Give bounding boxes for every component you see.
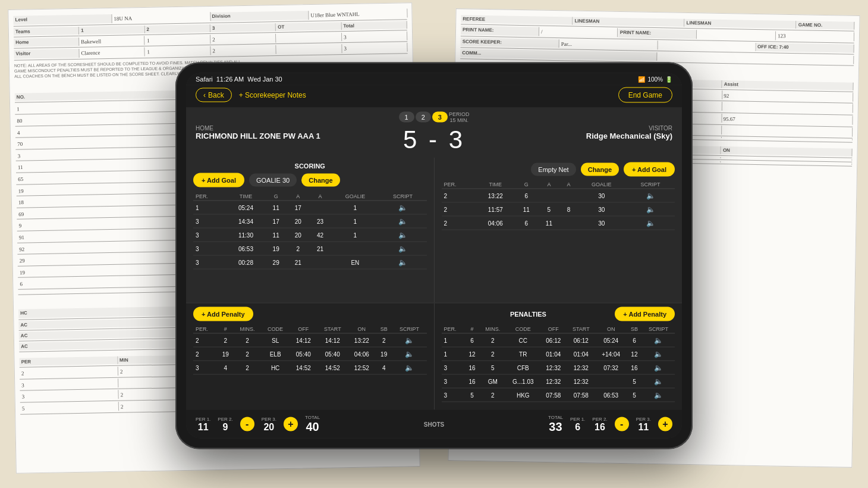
home-team-info: HOME RICHMOND HILL ZONE PW AAA 1 — [196, 125, 399, 140]
visitor-per1-value: 6 — [575, 421, 580, 432]
visitor-penalties-header: PENALTIES + Add Penalty — [442, 307, 675, 321]
col-a2-vis: A — [560, 180, 577, 189]
carrier: Safari — [196, 76, 213, 83]
ipad-device: Safari 11:26 AM Wed Jan 30 📶 100% 🔋 ‹ Ba… — [175, 62, 693, 449]
home-shots-per3: PER 3. 20 — [262, 416, 276, 432]
table-row: 3 4 2 HC 14:52 14:52 12:52 4 🔈 — [193, 361, 427, 374]
change-goalie-home-button[interactable]: Change — [301, 174, 339, 187]
table-row: 3 16 GM G...1.03 12:32 12:32 5 🔈 — [442, 374, 675, 388]
home-per2-value: 9 — [223, 421, 228, 432]
visitor-shots-plus-button[interactable]: + — [658, 417, 672, 431]
nav-bar: ‹ Back + Scorekeeper Notes End Game — [186, 85, 682, 108]
table-row: 2 19 2 ELB 05:40 05:40 04:06 19 🔈 — [193, 347, 427, 361]
home-total-label: TOTAL — [305, 415, 320, 420]
penalties-title: PENALTIES — [442, 311, 615, 318]
scoring-title: SCORING — [193, 162, 427, 170]
home-per2-label: PER 2. — [218, 416, 232, 421]
col-per-vis: PER. — [442, 180, 476, 189]
table-row: 2 13:22 6 30 🔈 — [442, 189, 675, 202]
home-shots: PER 1. 11 PER 2. 9 - PER 3. 20 + TOTAL 4… — [196, 415, 414, 434]
visitor-team-name: Ridge Mechanical (Sky) — [469, 132, 672, 140]
back-label: Back — [208, 91, 224, 99]
add-goal-visitor-button[interactable]: + Add Goal — [624, 162, 675, 177]
visitor-shots-per3: PER 3. 11 — [636, 416, 651, 432]
visitor-penalties-table: PER. # MINS. CODE OFF START ON SB SCRIPT — [442, 325, 675, 402]
home-shots-total: TOTAL 40 — [305, 415, 320, 434]
home-per1-label: PER 1. — [196, 416, 210, 421]
status-left: Safari 11:26 AM Wed Jan 30 — [196, 76, 282, 83]
col-per-home: PER. — [193, 192, 227, 201]
visitor-shots: TOTAL 33 PER 1. 6 PER 2. 16 - PER 3. 11 … — [454, 415, 672, 434]
table-row: 1 05:24 11 17 1 🔈 — [193, 201, 427, 214]
table-row: 3 06:53 19 2 21 🔈 — [193, 242, 427, 255]
back-chevron-icon: ‹ — [203, 91, 206, 99]
home-penalties-table: PER. # MINS. CODE OFF START ON SB SCRIPT — [193, 325, 427, 375]
visitor-label: VISITOR — [469, 125, 672, 132]
col-time-vis: TIME — [476, 180, 515, 189]
home-shots-plus-button[interactable]: + — [284, 417, 298, 431]
table-row: 2 04:06 6 11 30 🔈 — [442, 216, 675, 230]
status-bar: Safari 11:26 AM Wed Jan 30 📶 100% 🔋 — [186, 73, 682, 85]
col-g-home: G — [265, 192, 287, 201]
penalties-area: + Add Penalty PER. # MINS. CODE OFF STAR… — [186, 303, 682, 410]
battery-icon: 🔋 — [665, 76, 672, 82]
shots-center: SHOTS — [414, 421, 454, 427]
visitor-top-row: Empty Net Change + Add Goal — [442, 162, 675, 177]
score-home: 5 — [403, 126, 419, 154]
visitor-shots-total: TOTAL 33 — [548, 415, 563, 434]
empty-net-badge: Empty Net — [531, 163, 575, 176]
col-goalie-home: GOALIE — [331, 192, 379, 201]
visitor-shots-per1: PER 1. 6 — [570, 416, 585, 432]
goalie-badge: GOALIE 30 — [249, 174, 297, 187]
score-header: HOME RICHMOND HILL ZONE PW AAA 1 1 2 3 P… — [186, 108, 682, 158]
score-dash: - — [429, 126, 439, 154]
end-game-button[interactable]: End Game — [618, 87, 672, 103]
scoring-section-header-home: SCORING — [193, 162, 427, 170]
add-penalty-home-button[interactable]: + Add Penalty — [193, 307, 253, 321]
visitor-scoring-panel: Empty Net Change + Add Goal PER. TIME G … — [435, 158, 683, 303]
period-1-button[interactable]: 1 — [399, 112, 414, 123]
scorekeeper-notes-link[interactable]: + Scorekeeper Notes — [239, 91, 306, 99]
col-g-vis: G — [515, 180, 537, 189]
col-a1-vis: A — [537, 180, 560, 189]
home-per1-value: 11 — [198, 421, 209, 432]
col-script-home: SCRIPT — [379, 192, 427, 201]
status-time: 11:26 AM — [216, 76, 244, 83]
back-button[interactable]: ‹ Back — [196, 88, 232, 102]
col-goalie-vis: GOALIE — [577, 180, 626, 189]
visitor-total-value: 33 — [549, 420, 562, 434]
table-row: 3 5 2 HKG 07:58 07:58 06:53 5 🔈 — [442, 388, 675, 402]
status-right: 📶 100% 🔋 — [638, 76, 672, 82]
add-penalty-visitor-button[interactable]: + Add Penalty — [615, 307, 675, 321]
wifi-icon: 📶 — [638, 76, 645, 82]
status-date: Wed Jan 30 — [247, 76, 282, 83]
home-team-name: RICHMOND HILL ZONE PW AAA 1 — [196, 132, 399, 140]
visitor-per3-value: 11 — [638, 421, 649, 432]
shots-label: SHOTS — [424, 421, 444, 427]
visitor-per2-label: PER 2. — [592, 416, 607, 421]
col-time-home: TIME — [227, 192, 265, 201]
table-row: 1 12 2 TR 01:04 01:04 +14:04 12 🔈 — [442, 347, 675, 361]
period-2-button[interactable]: 2 — [416, 112, 431, 123]
home-goalie-row: + Add Goal GOALIE 30 Change — [193, 173, 427, 187]
visitor-shots-minus-button[interactable]: - — [615, 417, 629, 431]
table-row: 2 2 2 SL 14:12 14:12 13:22 2 🔈 — [193, 333, 427, 347]
period-duration: 15 MIN. — [449, 117, 468, 123]
home-scoring-table: PER. TIME G A A GOALIE SCRIPT 1 05:24 11… — [193, 192, 427, 270]
table-row: 3 14:34 17 20 23 1 🔈 — [193, 214, 427, 228]
change-empty-net-button[interactable]: Change — [581, 163, 619, 176]
visitor-scoring-table: PER. TIME G A A GOALIE SCRIPT 2 13:22 6 … — [442, 180, 675, 230]
home-shots-minus-button[interactable]: - — [240, 417, 254, 431]
add-goal-home-button[interactable]: + Add Goal — [193, 173, 244, 187]
visitor-per1-label: PER 1. — [570, 416, 585, 421]
home-label: HOME — [196, 125, 399, 132]
shots-section: PER 1. 11 PER 2. 9 - PER 3. 20 + TOTAL 4… — [186, 410, 682, 439]
period-label: PERIOD — [449, 111, 470, 117]
visitor-info: VISITOR Ridge Mechanical (Sky) — [469, 125, 672, 140]
panels-area: SCORING + Add Goal GOALIE 30 Change PER.… — [186, 158, 682, 303]
period-3-button[interactable]: 3 — [432, 112, 448, 123]
home-per3-label: PER 3. — [262, 416, 276, 421]
table-row: 3 00:28 29 21 EN 🔈 — [193, 255, 427, 269]
score-center: 1 2 3 PERIOD 15 MIN. 5 - 3 — [399, 111, 470, 154]
col-a1-home: A — [287, 192, 309, 201]
